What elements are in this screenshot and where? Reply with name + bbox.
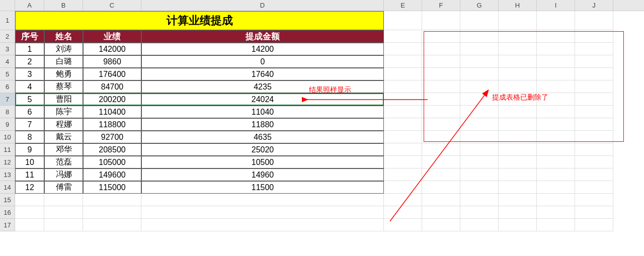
cell-I1[interactable] [537, 11, 575, 30]
cell-perf-6[interactable]: 84700 [83, 80, 141, 93]
cell-D16[interactable] [141, 206, 384, 219]
cell-J12[interactable] [575, 156, 613, 168]
cell-G17[interactable] [460, 219, 499, 231]
cell-G13[interactable] [460, 168, 499, 181]
cell-seq-8[interactable]: 6 [15, 106, 44, 118]
table-row[interactable]: 9邓华20850025020 [15, 143, 644, 156]
cell-perf-12[interactable]: 105000 [83, 156, 141, 168]
cell-F17[interactable] [422, 219, 460, 231]
cell-seq-3[interactable]: 1 [15, 43, 44, 55]
row-header-11[interactable]: 11 [0, 143, 15, 156]
cell-C16[interactable] [83, 206, 141, 219]
cell-I14[interactable] [537, 181, 575, 194]
cell-perf-3[interactable]: 142000 [83, 43, 141, 55]
cell-E15[interactable] [384, 194, 422, 206]
cell-D15[interactable] [141, 194, 384, 206]
col-header-B[interactable]: B [44, 0, 83, 11]
cell-name-5[interactable]: 鲍勇 [44, 68, 83, 80]
cell-E1[interactable] [384, 11, 422, 30]
col-header-E[interactable]: E [384, 0, 422, 11]
cell-name-8[interactable]: 陈宇 [44, 106, 83, 118]
cell-name-14[interactable]: 傅雷 [44, 181, 83, 194]
cell-F14[interactable] [422, 181, 460, 194]
cell-H14[interactable] [499, 181, 537, 194]
cell-comm-3[interactable]: 14200 [141, 43, 384, 55]
cell-J16[interactable] [575, 206, 613, 219]
cell-seq-10[interactable]: 8 [15, 131, 44, 143]
col-header-J[interactable]: J [575, 0, 613, 11]
cell-perf-8[interactable]: 110400 [83, 106, 141, 118]
header-name[interactable]: 姓名 [44, 30, 83, 43]
table-row[interactable]: 11冯娜14960014960 [15, 168, 644, 181]
row-header-2[interactable]: 2 [0, 30, 15, 43]
cell-G15[interactable] [460, 194, 499, 206]
cell-seq-9[interactable]: 7 [15, 118, 44, 131]
cell-comm-6[interactable]: 4235 [141, 80, 384, 93]
cell-seq-7[interactable]: 5 [15, 93, 44, 106]
cell-B16[interactable] [44, 206, 83, 219]
cell-perf-10[interactable]: 92700 [83, 131, 141, 143]
header-comm[interactable]: 提成金额 [141, 30, 384, 43]
cell-F11[interactable] [422, 143, 460, 156]
cell-comm-11[interactable]: 25020 [141, 143, 384, 156]
cell-comm-9[interactable]: 11880 [141, 118, 384, 131]
cell-name-4[interactable]: 白璐 [44, 55, 83, 68]
cell-E2[interactable] [384, 30, 422, 43]
row-header-15[interactable]: 15 [0, 194, 15, 206]
cell-E10[interactable] [384, 131, 422, 143]
cell-perf-4[interactable]: 9860 [83, 55, 141, 68]
cell-I12[interactable] [537, 156, 575, 168]
col-header-F[interactable]: F [422, 0, 460, 11]
col-header-H[interactable]: H [499, 0, 537, 11]
cell-H11[interactable] [499, 143, 537, 156]
select-all-corner[interactable] [0, 0, 15, 11]
cell-name-10[interactable]: 戴云 [44, 131, 83, 143]
cell-seq-13[interactable]: 11 [15, 168, 44, 181]
cell-comm-5[interactable]: 17640 [141, 68, 384, 80]
cell-seq-6[interactable]: 4 [15, 80, 44, 93]
cell-seq-5[interactable]: 3 [15, 68, 44, 80]
cell-perf-7[interactable]: 200200 [83, 93, 141, 106]
cell-J13[interactable] [575, 168, 613, 181]
cell-seq-14[interactable]: 12 [15, 181, 44, 194]
cell-E14[interactable] [384, 181, 422, 194]
cell-A16[interactable] [15, 206, 44, 219]
cell-H1[interactable] [499, 11, 537, 30]
cell-name-9[interactable]: 程娜 [44, 118, 83, 131]
cell-G1[interactable] [460, 11, 499, 30]
cell-E17[interactable] [384, 219, 422, 231]
cell-name-7[interactable]: 曹阳 [44, 93, 83, 106]
cell-name-3[interactable]: 刘涛 [44, 43, 83, 55]
row-header-13[interactable]: 13 [0, 168, 15, 181]
row-header-17[interactable]: 17 [0, 219, 15, 231]
row-header-3[interactable]: 3 [0, 43, 15, 55]
row-header-7[interactable]: 7 [0, 93, 15, 106]
cell-B15[interactable] [44, 194, 83, 206]
cell-H13[interactable] [499, 168, 537, 181]
cell-E12[interactable] [384, 156, 422, 168]
cell-J17[interactable] [575, 219, 613, 231]
col-header-C[interactable]: C [83, 0, 141, 11]
cell-B17[interactable] [44, 219, 83, 231]
cell-F12[interactable] [422, 156, 460, 168]
table-row[interactable]: 10范磊10500010500 [15, 156, 644, 168]
cell-perf-11[interactable]: 208500 [83, 143, 141, 156]
cell-perf-5[interactable]: 176400 [83, 68, 141, 80]
row-header-10[interactable]: 10 [0, 131, 15, 143]
cell-C15[interactable] [83, 194, 141, 206]
cell-E16[interactable] [384, 206, 422, 219]
cell-F1[interactable] [422, 11, 460, 30]
cell-J11[interactable] [575, 143, 613, 156]
cell-perf-14[interactable]: 115000 [83, 181, 141, 194]
cell-A17[interactable] [15, 219, 44, 231]
cell-perf-9[interactable]: 118800 [83, 118, 141, 131]
cell-F16[interactable] [422, 206, 460, 219]
col-header-G[interactable]: G [460, 0, 499, 11]
cell-comm-8[interactable]: 11040 [141, 106, 384, 118]
cell-name-11[interactable]: 邓华 [44, 143, 83, 156]
cell-comm-12[interactable]: 10500 [141, 156, 384, 168]
row-header-8[interactable]: 8 [0, 106, 15, 118]
cell-H16[interactable] [499, 206, 537, 219]
row-header-9[interactable]: 9 [0, 118, 15, 131]
cell-perf-13[interactable]: 149600 [83, 168, 141, 181]
